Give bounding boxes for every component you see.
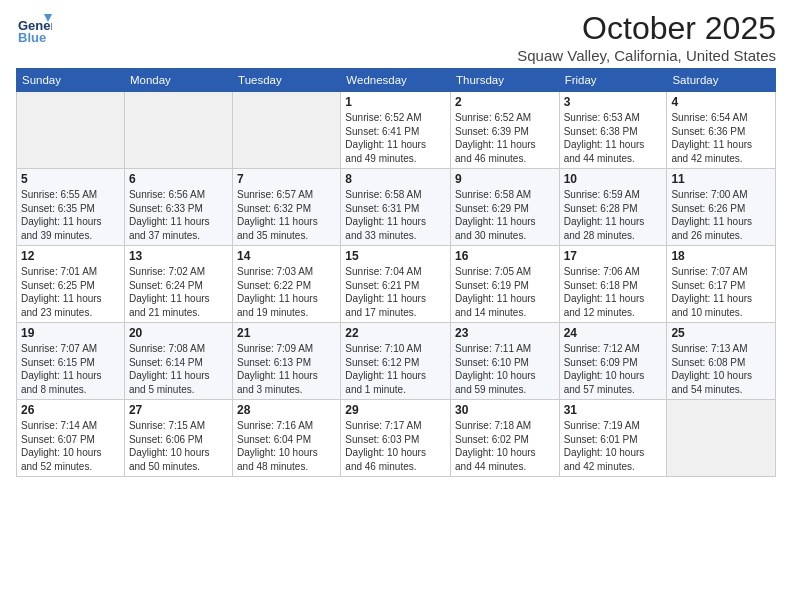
- location-title: Squaw Valley, California, United States: [517, 47, 776, 64]
- day-number: 25: [671, 326, 771, 340]
- day-number: 10: [564, 172, 663, 186]
- calendar-cell: 1Sunrise: 6:52 AMSunset: 6:41 PMDaylight…: [341, 92, 451, 169]
- calendar-cell: 12Sunrise: 7:01 AMSunset: 6:25 PMDayligh…: [17, 246, 125, 323]
- calendar-cell: 29Sunrise: 7:17 AMSunset: 6:03 PMDayligh…: [341, 400, 451, 477]
- calendar-week-2: 5Sunrise: 6:55 AMSunset: 6:35 PMDaylight…: [17, 169, 776, 246]
- title-block: October 2025 Squaw Valley, California, U…: [517, 10, 776, 64]
- day-number: 27: [129, 403, 228, 417]
- day-info: Sunrise: 6:56 AMSunset: 6:33 PMDaylight:…: [129, 188, 228, 242]
- day-number: 29: [345, 403, 446, 417]
- day-number: 4: [671, 95, 771, 109]
- day-info: Sunrise: 7:07 AMSunset: 6:15 PMDaylight:…: [21, 342, 120, 396]
- day-number: 12: [21, 249, 120, 263]
- day-info: Sunrise: 7:07 AMSunset: 6:17 PMDaylight:…: [671, 265, 771, 319]
- calendar-cell: 15Sunrise: 7:04 AMSunset: 6:21 PMDayligh…: [341, 246, 451, 323]
- calendar-cell: 31Sunrise: 7:19 AMSunset: 6:01 PMDayligh…: [559, 400, 667, 477]
- day-info: Sunrise: 7:09 AMSunset: 6:13 PMDaylight:…: [237, 342, 336, 396]
- day-info: Sunrise: 7:13 AMSunset: 6:08 PMDaylight:…: [671, 342, 771, 396]
- calendar-cell: 9Sunrise: 6:58 AMSunset: 6:29 PMDaylight…: [451, 169, 560, 246]
- day-number: 5: [21, 172, 120, 186]
- day-info: Sunrise: 7:18 AMSunset: 6:02 PMDaylight:…: [455, 419, 555, 473]
- day-number: 13: [129, 249, 228, 263]
- logo-icon: General Blue: [16, 10, 52, 46]
- day-number: 31: [564, 403, 663, 417]
- calendar-cell: 19Sunrise: 7:07 AMSunset: 6:15 PMDayligh…: [17, 323, 125, 400]
- calendar-cell: [233, 92, 341, 169]
- calendar-cell: 23Sunrise: 7:11 AMSunset: 6:10 PMDayligh…: [451, 323, 560, 400]
- calendar-cell: 20Sunrise: 7:08 AMSunset: 6:14 PMDayligh…: [124, 323, 232, 400]
- calendar-cell: 2Sunrise: 6:52 AMSunset: 6:39 PMDaylight…: [451, 92, 560, 169]
- col-saturday: Saturday: [667, 69, 776, 92]
- day-number: 30: [455, 403, 555, 417]
- col-monday: Monday: [124, 69, 232, 92]
- day-info: Sunrise: 7:00 AMSunset: 6:26 PMDaylight:…: [671, 188, 771, 242]
- day-info: Sunrise: 6:58 AMSunset: 6:31 PMDaylight:…: [345, 188, 446, 242]
- day-number: 28: [237, 403, 336, 417]
- day-number: 21: [237, 326, 336, 340]
- day-info: Sunrise: 6:54 AMSunset: 6:36 PMDaylight:…: [671, 111, 771, 165]
- calendar-cell: [667, 400, 776, 477]
- day-number: 20: [129, 326, 228, 340]
- day-info: Sunrise: 7:04 AMSunset: 6:21 PMDaylight:…: [345, 265, 446, 319]
- logo: General Blue: [16, 10, 52, 46]
- day-info: Sunrise: 7:03 AMSunset: 6:22 PMDaylight:…: [237, 265, 336, 319]
- day-info: Sunrise: 7:08 AMSunset: 6:14 PMDaylight:…: [129, 342, 228, 396]
- calendar-week-5: 26Sunrise: 7:14 AMSunset: 6:07 PMDayligh…: [17, 400, 776, 477]
- page-container: General Blue October 2025 Squaw Valley, …: [0, 0, 792, 483]
- calendar-cell: 28Sunrise: 7:16 AMSunset: 6:04 PMDayligh…: [233, 400, 341, 477]
- day-number: 7: [237, 172, 336, 186]
- calendar-cell: [17, 92, 125, 169]
- calendar-cell: 10Sunrise: 6:59 AMSunset: 6:28 PMDayligh…: [559, 169, 667, 246]
- day-number: 9: [455, 172, 555, 186]
- day-number: 11: [671, 172, 771, 186]
- calendar-cell: 4Sunrise: 6:54 AMSunset: 6:36 PMDaylight…: [667, 92, 776, 169]
- day-number: 8: [345, 172, 446, 186]
- day-number: 26: [21, 403, 120, 417]
- day-info: Sunrise: 7:19 AMSunset: 6:01 PMDaylight:…: [564, 419, 663, 473]
- day-number: 15: [345, 249, 446, 263]
- day-number: 18: [671, 249, 771, 263]
- col-friday: Friday: [559, 69, 667, 92]
- day-number: 16: [455, 249, 555, 263]
- day-number: 3: [564, 95, 663, 109]
- calendar-cell: 16Sunrise: 7:05 AMSunset: 6:19 PMDayligh…: [451, 246, 560, 323]
- day-info: Sunrise: 6:58 AMSunset: 6:29 PMDaylight:…: [455, 188, 555, 242]
- calendar-cell: 27Sunrise: 7:15 AMSunset: 6:06 PMDayligh…: [124, 400, 232, 477]
- calendar-cell: 6Sunrise: 6:56 AMSunset: 6:33 PMDaylight…: [124, 169, 232, 246]
- svg-text:Blue: Blue: [18, 30, 46, 45]
- day-number: 23: [455, 326, 555, 340]
- day-info: Sunrise: 6:52 AMSunset: 6:39 PMDaylight:…: [455, 111, 555, 165]
- day-info: Sunrise: 7:01 AMSunset: 6:25 PMDaylight:…: [21, 265, 120, 319]
- calendar-cell: 26Sunrise: 7:14 AMSunset: 6:07 PMDayligh…: [17, 400, 125, 477]
- day-info: Sunrise: 7:02 AMSunset: 6:24 PMDaylight:…: [129, 265, 228, 319]
- col-wednesday: Wednesday: [341, 69, 451, 92]
- day-info: Sunrise: 7:14 AMSunset: 6:07 PMDaylight:…: [21, 419, 120, 473]
- day-info: Sunrise: 7:06 AMSunset: 6:18 PMDaylight:…: [564, 265, 663, 319]
- day-number: 17: [564, 249, 663, 263]
- calendar-week-1: 1Sunrise: 6:52 AMSunset: 6:41 PMDaylight…: [17, 92, 776, 169]
- day-info: Sunrise: 6:57 AMSunset: 6:32 PMDaylight:…: [237, 188, 336, 242]
- header: General Blue October 2025 Squaw Valley, …: [16, 10, 776, 64]
- day-info: Sunrise: 6:52 AMSunset: 6:41 PMDaylight:…: [345, 111, 446, 165]
- calendar-cell: 8Sunrise: 6:58 AMSunset: 6:31 PMDaylight…: [341, 169, 451, 246]
- calendar-cell: 22Sunrise: 7:10 AMSunset: 6:12 PMDayligh…: [341, 323, 451, 400]
- calendar-cell: 13Sunrise: 7:02 AMSunset: 6:24 PMDayligh…: [124, 246, 232, 323]
- calendar-header-row: Sunday Monday Tuesday Wednesday Thursday…: [17, 69, 776, 92]
- calendar-cell: 7Sunrise: 6:57 AMSunset: 6:32 PMDaylight…: [233, 169, 341, 246]
- day-number: 19: [21, 326, 120, 340]
- col-thursday: Thursday: [451, 69, 560, 92]
- day-info: Sunrise: 7:05 AMSunset: 6:19 PMDaylight:…: [455, 265, 555, 319]
- day-number: 22: [345, 326, 446, 340]
- calendar-cell: 25Sunrise: 7:13 AMSunset: 6:08 PMDayligh…: [667, 323, 776, 400]
- calendar-week-4: 19Sunrise: 7:07 AMSunset: 6:15 PMDayligh…: [17, 323, 776, 400]
- calendar-cell: 14Sunrise: 7:03 AMSunset: 6:22 PMDayligh…: [233, 246, 341, 323]
- day-info: Sunrise: 7:12 AMSunset: 6:09 PMDaylight:…: [564, 342, 663, 396]
- day-info: Sunrise: 6:55 AMSunset: 6:35 PMDaylight:…: [21, 188, 120, 242]
- calendar-cell: 18Sunrise: 7:07 AMSunset: 6:17 PMDayligh…: [667, 246, 776, 323]
- day-info: Sunrise: 6:53 AMSunset: 6:38 PMDaylight:…: [564, 111, 663, 165]
- day-info: Sunrise: 7:17 AMSunset: 6:03 PMDaylight:…: [345, 419, 446, 473]
- day-number: 1: [345, 95, 446, 109]
- day-number: 14: [237, 249, 336, 263]
- day-info: Sunrise: 7:11 AMSunset: 6:10 PMDaylight:…: [455, 342, 555, 396]
- day-number: 24: [564, 326, 663, 340]
